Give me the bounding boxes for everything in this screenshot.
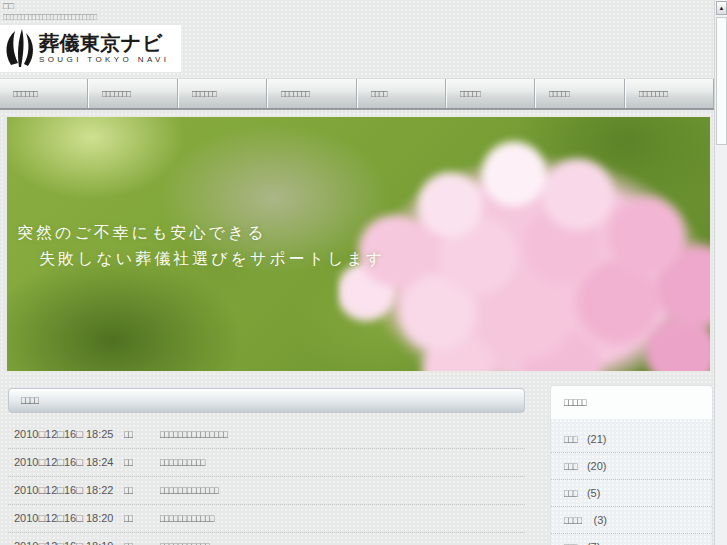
sidebar-category-list: □□□(21) □□□(20) □□□(5) □□□□(3) □□□(7) bbox=[550, 419, 713, 545]
logo-text: 葬儀東京ナビ SOUGI TOKYO NAVI bbox=[39, 33, 169, 64]
category-label: □□□ bbox=[564, 534, 578, 545]
news-category-label: □□ bbox=[124, 505, 133, 532]
news-header-label: □□□□ bbox=[21, 389, 39, 412]
news-title-link[interactable]: □□□□□□□□□□ bbox=[160, 449, 226, 476]
news-row[interactable]: 2010□12□16□ 18:22 □□ □□□□□□□□□□□□□ bbox=[8, 477, 525, 505]
news-list: 2010□12□16□ 18:25 □□ □□□□□□□□□□□□□□□ 201… bbox=[8, 421, 525, 545]
category-sidebar: □□□□□ □□□(21) □□□(20) □□□(5) □□□□(3) □□□… bbox=[550, 385, 713, 545]
sidebar-header-label: □□□□□ bbox=[564, 386, 587, 419]
news-title-text: □□□□□□□□□□ bbox=[160, 449, 205, 476]
news-title-text: □□□□□□□□□□□ bbox=[160, 533, 210, 545]
hero-headline-line1: 突然のご不幸にも安心できる bbox=[17, 223, 385, 244]
nav-item-7-label: □□□□□ bbox=[549, 79, 570, 108]
news-title-link[interactable]: □□□□□□□□□□□ bbox=[160, 533, 233, 545]
sidebar-category-item[interactable]: □□□(20) bbox=[551, 453, 712, 480]
news-row[interactable]: 2010□12□16□ 18:19 □□ □□□□□□□□□□□ bbox=[8, 533, 525, 545]
news-date: 2010□12□16□ 18:22 bbox=[14, 477, 118, 504]
vertical-scrollbar[interactable]: ▲ bbox=[714, 0, 727, 545]
news-category: □□ bbox=[124, 421, 152, 448]
top-meta-line1: □□ bbox=[3, 1, 14, 11]
hero-headline: 突然のご不幸にも安心できる 失敗しない葬儀社選びをサポートします bbox=[17, 223, 385, 270]
news-category: □□ bbox=[124, 449, 152, 476]
news-title-text: □□□□□□□□□□□□□□□ bbox=[160, 421, 228, 448]
news-date: 2010□12□16□ 18:19 bbox=[14, 533, 118, 545]
category-label: □□□□ bbox=[564, 507, 582, 533]
news-category: □□ bbox=[124, 505, 152, 532]
category-count: (21) bbox=[587, 433, 607, 445]
scrollbar-thumb[interactable] bbox=[716, 17, 727, 145]
sidebar-category-item[interactable]: □□□(5) bbox=[551, 480, 712, 507]
nav-item-5-label: □□□□ bbox=[371, 79, 387, 108]
category-count: (5) bbox=[587, 487, 600, 499]
nav-item-3-label: □□□□□□ bbox=[192, 79, 217, 108]
nav-item-1-label: □□□□□□ bbox=[13, 79, 38, 108]
news-category-label: □□ bbox=[124, 533, 133, 545]
main-nav: □□□□□□ □□□□□□□ □□□□□□ □□□□□□□ □□□□ □□□□□… bbox=[0, 78, 714, 110]
nav-item-8-label: □□□□□□□ bbox=[639, 79, 668, 108]
sidebar-header: □□□□□ bbox=[550, 385, 713, 419]
news-category-label: □□ bbox=[124, 421, 133, 448]
site-description: □□□□□□□□□□□□□□□□□□□□□□□□□□ bbox=[3, 11, 97, 22]
news-category: □□ bbox=[124, 477, 152, 504]
category-label: □□□ bbox=[564, 426, 578, 452]
news-date: 2010□12□16□ 18:25 bbox=[14, 421, 118, 448]
leaf-icon bbox=[2, 27, 36, 71]
site-logo[interactable]: 葬儀東京ナビ SOUGI TOKYO NAVI bbox=[0, 25, 181, 72]
hydrangea-flower-image bbox=[338, 133, 712, 373]
nav-item-1[interactable]: □□□□□□ bbox=[0, 79, 88, 108]
nav-item-8[interactable]: □□□□□□□ bbox=[625, 79, 714, 108]
logo-title: 葬儀東京ナビ bbox=[39, 33, 169, 54]
logo-subtitle: SOUGI TOKYO NAVI bbox=[39, 55, 169, 64]
sidebar-category-item[interactable]: □□□(21) bbox=[551, 426, 712, 453]
news-title-text: □□□□□□□□□□□□ bbox=[160, 505, 214, 532]
nav-item-3[interactable]: □□□□□□ bbox=[178, 79, 267, 108]
category-label: □□□ bbox=[564, 480, 578, 506]
scroll-up-button[interactable]: ▲ bbox=[716, 1, 727, 15]
hero-banner: 突然のご不幸にも安心できる 失敗しない葬儀社選びをサポートします bbox=[5, 115, 712, 373]
nav-item-4-label: □□□□□□□ bbox=[281, 79, 310, 108]
sidebar-category-item[interactable]: □□□(7) bbox=[551, 534, 712, 545]
category-count: (3) bbox=[594, 514, 607, 526]
nav-item-2-label: □□□□□□□ bbox=[102, 79, 131, 108]
news-title-link[interactable]: □□□□□□□□□□□□□□□ bbox=[160, 421, 260, 448]
news-row[interactable]: 2010□12□16□ 18:24 □□ □□□□□□□□□□ bbox=[8, 449, 525, 477]
nav-item-6[interactable]: □□□□□ bbox=[446, 79, 535, 108]
nav-item-4[interactable]: □□□□□□□ bbox=[267, 79, 356, 108]
news-row[interactable]: 2010□12□16□ 18:25 □□ □□□□□□□□□□□□□□□ bbox=[8, 421, 525, 449]
category-label: □□□ bbox=[564, 453, 578, 479]
sidebar-category-item[interactable]: □□□□(3) bbox=[551, 507, 712, 534]
news-section: □□□□ 2010□12□16□ 18:25 □□ □□□□□□□□□□□□□□… bbox=[8, 388, 525, 545]
news-row[interactable]: 2010□12□16□ 18:20 □□ □□□□□□□□□□□□ bbox=[8, 505, 525, 533]
news-title-link[interactable]: □□□□□□□□□□□□ bbox=[160, 505, 240, 532]
news-title-link[interactable]: □□□□□□□□□□□□□ bbox=[160, 477, 246, 504]
page: □□ □□□□□□□□□□□□□□□□□□□□□□□□□□ 葬儀東京ナビ SOU… bbox=[0, 0, 727, 545]
nav-item-2[interactable]: □□□□□□□ bbox=[88, 79, 177, 108]
hero-headline-line2: 失敗しない葬儀社選びをサポートします bbox=[39, 249, 385, 270]
category-count: (20) bbox=[587, 460, 607, 472]
nav-item-6-label: □□□□□ bbox=[460, 79, 481, 108]
news-date: 2010□12□16□ 18:24 bbox=[14, 449, 118, 476]
scroll-up-icon: ▲ bbox=[719, 5, 725, 11]
nav-item-7[interactable]: □□□□□ bbox=[535, 79, 624, 108]
news-title-text: □□□□□□□□□□□□□ bbox=[160, 477, 219, 504]
news-section-header: □□□□ bbox=[8, 388, 525, 413]
news-category: □□ bbox=[124, 533, 152, 545]
news-category-label: □□ bbox=[124, 477, 133, 504]
category-count: (7) bbox=[587, 541, 600, 545]
nav-item-5[interactable]: □□□□ bbox=[357, 79, 446, 108]
news-date: 2010□12□16□ 18:20 bbox=[14, 505, 118, 532]
news-category-label: □□ bbox=[124, 449, 133, 476]
